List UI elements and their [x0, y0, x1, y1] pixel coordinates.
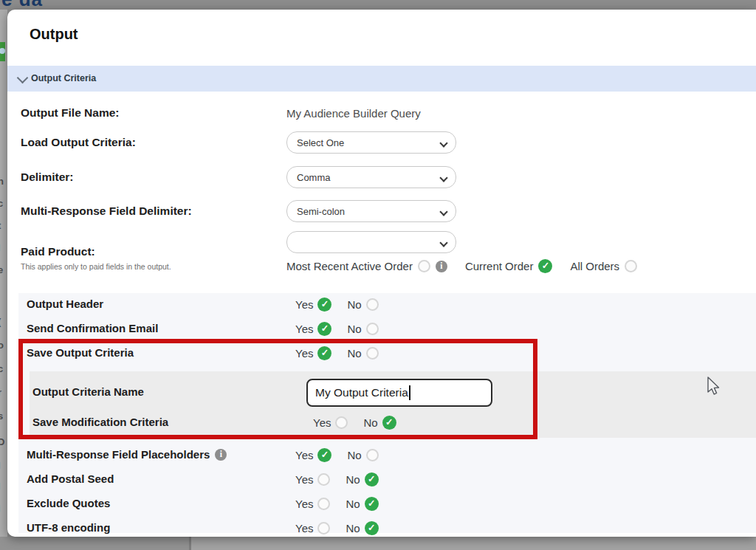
- info-icon[interactable]: [215, 449, 227, 461]
- most-recent-active-order-radio[interactable]: [418, 260, 430, 272]
- utf8-encoding-label: UTF-8 encoding: [27, 521, 110, 534]
- background-bottom-strip: [0, 537, 756, 550]
- select-value: Semi-colon: [297, 206, 345, 217]
- output-modal: Output Output Criteria Output File Name:…: [7, 10, 756, 537]
- no-label: No: [363, 416, 377, 429]
- current-order-label: Current Order: [465, 260, 534, 272]
- add-postal-seed-label: Add Postal Seed: [27, 472, 114, 485]
- multi-response-field-delimiter-label: Multi-Response Field Delimiter:: [21, 204, 192, 218]
- yes-radio-checked-icon[interactable]: [317, 322, 331, 336]
- background-text-fragment: e: [0, 264, 3, 275]
- yes-no-group: Yes No: [295, 448, 379, 462]
- load-output-criteria-label: Load Output Criteria:: [21, 136, 136, 149]
- toggle-row-add-postal-seed: Add Postal Seed Yes No: [7, 472, 756, 489]
- mouse-cursor: [706, 377, 721, 400]
- background-text-fragment: I: [0, 460, 1, 471]
- output-file-name-value: My Audience Builder Query: [286, 107, 421, 120]
- yes-radio-checked-icon[interactable]: [317, 448, 331, 462]
- multi-response-placeholders-label: Multi-Response Field Placeholders: [27, 448, 210, 461]
- background-text-fragment: l: [0, 481, 1, 492]
- output-criteria-section-header[interactable]: Output Criteria: [7, 66, 756, 92]
- background-text-fragment: c: [0, 198, 3, 209]
- yes-label: Yes: [295, 323, 313, 335]
- background-top-strip: e da: [0, 0, 756, 10]
- output-file-name-label: Output File Name:: [21, 106, 119, 120]
- save-modification-criteria-label: Save Modification Criteria: [32, 416, 168, 428]
- yes-radio-icon[interactable]: [317, 522, 330, 534]
- all-orders-radio[interactable]: [625, 260, 637, 272]
- yes-label: Yes: [295, 347, 313, 360]
- no-label: No: [347, 323, 361, 335]
- yes-no-group: Yes No: [295, 298, 379, 312]
- info-icon[interactable]: [436, 261, 447, 272]
- output-criteria-name-label: Output Criteria Name: [32, 385, 144, 398]
- no-radio-checked-icon[interactable]: [365, 472, 379, 487]
- most-recent-active-order-label: Most Recent Active Order: [286, 260, 413, 272]
- background-text-fragment: i: [0, 503, 1, 514]
- yes-label: Yes: [313, 416, 331, 429]
- background-text-fragment: n: [0, 176, 4, 187]
- background-text-fragment: s: [0, 410, 3, 422]
- all-orders-label: All Orders: [570, 260, 619, 272]
- delimiter-select[interactable]: Comma: [286, 166, 456, 188]
- select-value: Select One: [297, 137, 344, 148]
- background-logo-fragment: e da: [1, 0, 43, 10]
- yes-label: Yes: [295, 498, 313, 510]
- text-cursor: [409, 385, 410, 400]
- yes-radio-icon[interactable]: [317, 473, 330, 486]
- output-criteria-name-input[interactable]: My Output Criteria: [306, 379, 492, 407]
- background-divider: [189, 537, 191, 550]
- chevron-down-icon: [439, 207, 447, 216]
- yes-label: Yes: [295, 298, 313, 311]
- yes-radio-icon[interactable]: [317, 498, 330, 510]
- no-radio-icon[interactable]: [366, 298, 379, 311]
- background-bottom-left: [0, 537, 189, 550]
- yes-no-group: Yes No: [295, 322, 379, 336]
- chevron-down-icon: [439, 238, 447, 247]
- yes-no-group: Yes No: [313, 416, 396, 430]
- background-text-fragment: r: [0, 387, 1, 398]
- chevron-down-icon[interactable]: [17, 72, 29, 84]
- no-radio-checked-icon[interactable]: [365, 521, 379, 535]
- load-output-criteria-select[interactable]: Select One: [286, 131, 456, 154]
- multi-response-field-delimiter-select[interactable]: Semi-colon: [286, 200, 456, 222]
- toggle-row-save-output-criteria: Save Output Criteria Yes No: [7, 346, 756, 362]
- toggle-row-output-header: Output Header Yes No: [7, 298, 756, 314]
- yes-radio-checked-icon[interactable]: [317, 298, 331, 312]
- yes-radio-icon[interactable]: [335, 416, 348, 429]
- no-label: No: [347, 347, 361, 360]
- paid-product-options: Most Recent Active Order Current Order A…: [286, 259, 637, 273]
- yes-label: Yes: [295, 473, 313, 486]
- no-radio-checked-icon[interactable]: [382, 416, 396, 430]
- no-label: No: [346, 522, 360, 534]
- paid-product-select[interactable]: [286, 231, 456, 253]
- output-header-label: Output Header: [27, 298, 103, 310]
- chevron-down-icon: [439, 139, 447, 147]
- send-confirmation-email-label: Send Confirmation Email: [27, 322, 158, 334]
- modal-title: Output: [30, 26, 78, 43]
- page: e da n c t l e ( o c r s D I l i Output …: [0, 0, 756, 550]
- yes-label: Yes: [295, 522, 313, 534]
- toggle-row-multi-response-placeholders: Multi-Response Field Placeholders Yes No: [7, 448, 756, 464]
- background-text-fragment: t: [0, 220, 1, 231]
- chevron-down-icon: [439, 173, 447, 182]
- select-value: Comma: [297, 172, 331, 183]
- background-text-fragment: l: [0, 242, 1, 253]
- yes-no-group: Yes No: [295, 497, 379, 511]
- background-left-strip: n c t l e ( o c r s D I l i: [0, 10, 7, 537]
- delimiter-label: Delimiter:: [21, 171, 74, 184]
- yes-no-group: Yes No: [295, 472, 379, 487]
- background-text-fragment: D: [0, 436, 4, 447]
- no-radio-checked-icon[interactable]: [365, 497, 379, 511]
- no-radio-icon[interactable]: [366, 347, 379, 360]
- no-radio-icon[interactable]: [366, 323, 379, 335]
- toggle-row-utf8-encoding: UTF-8 encoding Yes No: [7, 521, 756, 537]
- save-output-criteria-label: Save Output Criteria: [27, 346, 134, 359]
- no-label: No: [346, 498, 360, 510]
- no-label: No: [347, 298, 361, 311]
- background-text-fragment: c: [0, 363, 3, 374]
- paid-product-sublabel: This applies only to paid fields in the …: [21, 262, 171, 271]
- current-order-radio-checked-icon[interactable]: [538, 259, 552, 273]
- no-radio-icon[interactable]: [366, 449, 379, 461]
- yes-radio-checked-icon[interactable]: [317, 346, 331, 360]
